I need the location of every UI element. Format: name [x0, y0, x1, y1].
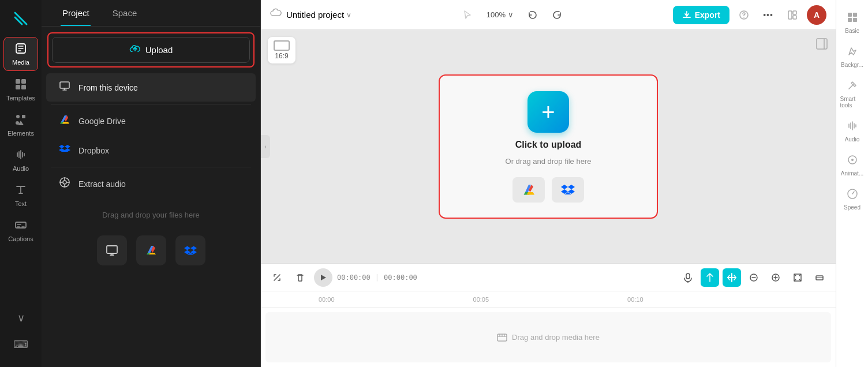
avatar[interactable]: A: [807, 5, 826, 25]
export-button[interactable]: Export: [673, 6, 729, 24]
captions-label: Captions: [8, 235, 33, 242]
svg-rect-24: [686, 274, 690, 279]
microphone-button[interactable]: [679, 268, 697, 287]
upload-gdrive-btn[interactable]: [512, 177, 545, 203]
split-button[interactable]: [701, 268, 719, 287]
quick-dropbox-btn[interactable]: [175, 235, 205, 265]
svg-rect-5: [21, 79, 26, 84]
export-label: Export: [695, 10, 720, 20]
project-title-text: Untitled project: [286, 10, 344, 20]
trim-button[interactable]: [268, 268, 286, 287]
sidebar-item-captions[interactable]: Captions: [3, 214, 38, 247]
zoom-in-button[interactable]: [766, 268, 785, 287]
timeline-empty-label: Drag and drop media here: [512, 333, 600, 342]
upload-drop-zone[interactable]: + Click to upload Or drag and drop file …: [439, 74, 658, 219]
captions-icon: [14, 219, 27, 233]
zoom-display[interactable]: 100% ∨: [482, 8, 518, 21]
svg-rect-4: [16, 79, 20, 84]
sidebar-item-templates[interactable]: Templates: [3, 73, 38, 106]
upload-zone-subtitle: Or drag and drop file here: [506, 157, 592, 166]
background-label: Backgr...: [841, 62, 863, 68]
main-area: Untitled project ∨ 100% ∨ Export: [261, 0, 836, 367]
quick-gdrive-btn[interactable]: [136, 235, 166, 265]
right-panel-smart-tools[interactable]: Smart tools: [838, 75, 867, 113]
zoom-value: 100%: [487, 10, 506, 19]
menu-google-drive[interactable]: Google Drive: [46, 107, 256, 135]
fullscreen-button[interactable]: [810, 268, 829, 287]
svg-point-11: [16, 121, 19, 125]
more-options-button[interactable]: •••: [758, 5, 778, 25]
upload-button[interactable]: Upload: [52, 37, 250, 63]
svg-rect-13: [60, 82, 69, 88]
svg-rect-7: [21, 85, 26, 89]
aspect-ratio-label: 16:9: [275, 52, 288, 60]
timeline-controls: 00:00:00 | 00:00:00: [261, 264, 836, 291]
right-panel: Basic Backgr... Smart tools Audio Animat…: [836, 0, 868, 367]
ruler-mark-2: 00:10: [627, 296, 643, 303]
zoom-out-button[interactable]: [744, 268, 763, 287]
timeline-empty-area[interactable]: Drag and drop media here: [265, 312, 831, 362]
app-logo[interactable]: [9, 7, 32, 30]
svg-rect-9: [22, 115, 25, 118]
animate-icon: [847, 154, 858, 168]
canvas-panel-toggle[interactable]: [815, 37, 829, 53]
upload-source-buttons: [512, 177, 584, 203]
svg-rect-37: [853, 18, 857, 22]
svg-rect-34: [848, 13, 852, 17]
audio-panel-label: Audio: [845, 136, 860, 143]
help-button[interactable]: [734, 5, 754, 25]
fit-view-button[interactable]: [788, 268, 807, 287]
text-label: Text: [15, 200, 27, 207]
play-button[interactable]: [314, 268, 332, 287]
sidebar-nav: Media Templates Elements Audio Text Capt…: [0, 0, 42, 367]
undo-button[interactable]: [523, 5, 542, 25]
aspect-rect-icon: [274, 40, 290, 51]
right-panel-animate[interactable]: Animat...: [838, 149, 867, 181]
templates-label: Templates: [6, 95, 35, 102]
panel-collapse-handle[interactable]: ‹: [261, 135, 270, 158]
aspect-ratio-selector[interactable]: 16:9: [268, 37, 295, 63]
elements-icon: [14, 113, 27, 128]
delete-button[interactable]: [291, 268, 309, 287]
right-panel-basic[interactable]: Basic: [838, 7, 867, 39]
svg-point-39: [851, 159, 854, 161]
right-panel-background[interactable]: Backgr...: [838, 41, 867, 73]
upload-plus-button[interactable]: +: [527, 91, 569, 133]
right-panel-speed[interactable]: Speed: [838, 184, 867, 215]
tab-space[interactable]: Space: [101, 0, 149, 26]
upload-label: Upload: [145, 45, 173, 55]
sidebar-item-media[interactable]: Media: [3, 37, 38, 71]
templates-icon: [14, 78, 27, 92]
title-chevron-icon: ∨: [346, 11, 351, 19]
menu-from-device[interactable]: From this device: [46, 73, 256, 102]
drag-drop-hint: Drag and drop your files here: [42, 201, 260, 229]
upload-zone-title: Click to upload: [515, 140, 582, 150]
keyboard-shortcut-button[interactable]: ⌨: [3, 334, 38, 355]
chevron-down-icon: ∨: [17, 312, 25, 324]
right-panel-audio[interactable]: Audio: [838, 115, 867, 147]
basic-icon: [847, 12, 858, 26]
cloud-icon: [270, 8, 282, 22]
menu-extract-audio[interactable]: Extract audio: [46, 170, 256, 198]
expand-button[interactable]: ∨: [3, 307, 38, 329]
project-title[interactable]: Untitled project ∨: [286, 10, 351, 20]
tab-project[interactable]: Project: [51, 0, 101, 26]
layout-toggle-button[interactable]: [783, 5, 802, 25]
timeline: 00:00:00 | 00:00:00: [261, 263, 836, 367]
pointer-tool-button[interactable]: [458, 5, 477, 25]
redo-button[interactable]: [547, 5, 567, 25]
align-button[interactable]: [723, 268, 741, 287]
upload-menu: From this device Google Drive Dropbox Ex…: [42, 70, 260, 201]
sidebar-item-text[interactable]: Text: [3, 179, 38, 212]
text-icon: [14, 184, 27, 198]
sidebar-item-audio[interactable]: Audio: [3, 144, 38, 177]
monitor-icon: [58, 80, 72, 95]
quick-device-btn[interactable]: [97, 235, 127, 265]
from-device-label: From this device: [78, 83, 138, 92]
svg-rect-22: [817, 39, 827, 49]
sidebar-item-elements[interactable]: Elements: [3, 108, 38, 141]
upload-dropbox-btn[interactable]: [552, 177, 584, 203]
menu-dropbox[interactable]: Dropbox: [46, 136, 256, 164]
topbar-left: Untitled project ∨: [270, 8, 351, 22]
smart-tools-label: Smart tools: [840, 96, 865, 108]
